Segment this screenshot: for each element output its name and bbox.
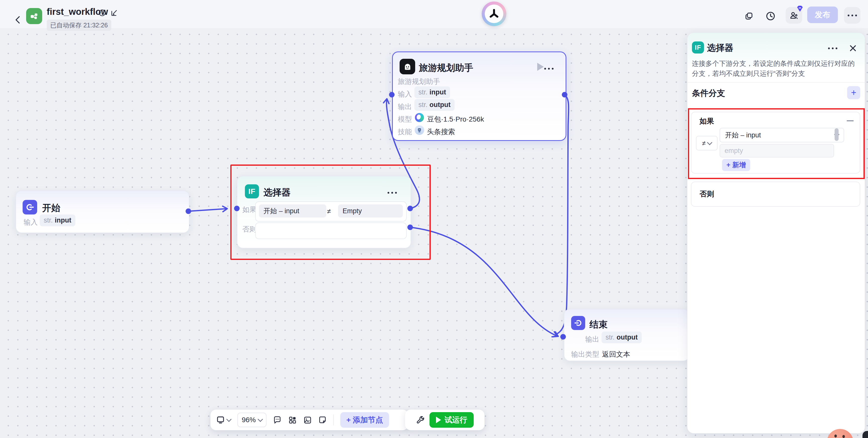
zoom-dropdown[interactable]: 96%	[237, 413, 267, 427]
info-icon[interactable]	[98, 9, 106, 17]
agent-input-label: 输入	[398, 89, 412, 99]
agent-output-type: str.	[418, 101, 428, 109]
agent-output-badge: str. output	[414, 99, 455, 111]
start-input-label: 输入	[24, 218, 38, 227]
agent-more-icon[interactable]	[544, 68, 554, 69]
run-toolbar: 试运行	[405, 410, 485, 430]
start-input-type: str.	[44, 217, 53, 224]
panel-title: 选择器	[707, 42, 733, 54]
agent-model-value: 豆包·1.5·Pro·256k	[427, 115, 484, 124]
logo-glyph-icon	[488, 8, 500, 20]
canvas-toolbar: 96% + 添加节点	[211, 410, 408, 430]
toutiao-skill-icon	[415, 125, 424, 135]
node-end[interactable]: 结束 输出 str. output 输出类型 返回文本	[564, 309, 689, 361]
agent-model-label: 模型	[398, 115, 412, 124]
else-card: 否则	[691, 182, 860, 207]
duplicate-icon[interactable]	[744, 11, 753, 21]
panel-more-icon[interactable]	[828, 48, 837, 49]
back-icon[interactable]	[14, 15, 22, 24]
chevron-down-icon	[226, 416, 231, 422]
end-title: 结束	[589, 318, 608, 331]
end-type-label: 输出类型	[571, 350, 599, 359]
note-icon[interactable]	[318, 416, 327, 424]
port-start-output[interactable]	[186, 209, 191, 214]
doubao-model-icon	[415, 113, 424, 122]
start-input-badge: str. input	[40, 215, 75, 226]
more-button[interactable]	[844, 7, 861, 24]
selector-config-panel: IF 选择器 连接多个下游分支，若设定的条件成立则仅运行对应的分支，若均不成立则…	[687, 33, 865, 434]
agent-desc: 旅游规划助手	[398, 77, 440, 86]
auto-layout-icon[interactable]	[288, 416, 297, 424]
end-output-label: 输出	[585, 335, 599, 344]
end-output-value: output	[617, 334, 638, 341]
agent-ghost-icon	[400, 59, 415, 74]
workflow-app-icon	[26, 8, 42, 24]
view-mode-button[interactable]	[216, 415, 231, 425]
end-output-badge: str. output	[601, 332, 642, 343]
panel-divider	[687, 82, 865, 83]
end-type-value: 返回文本	[602, 350, 630, 359]
comment-icon[interactable]	[273, 416, 282, 424]
play-icon	[436, 417, 441, 423]
port-end-input[interactable]	[560, 334, 566, 340]
start-title: 开始	[42, 202, 60, 214]
agent-output-value: output	[430, 101, 451, 109]
start-icon	[23, 200, 37, 215]
close-icon[interactable]	[849, 44, 857, 53]
start-input-value: input	[55, 217, 71, 224]
end-output-type: str.	[606, 334, 615, 341]
export-image-icon[interactable]	[303, 416, 312, 424]
toolbar-divider	[333, 414, 334, 426]
agent-output-label: 输出	[398, 102, 412, 112]
node-start[interactable]: 开始 输入 str. input	[16, 190, 189, 233]
premium-badge-icon	[796, 5, 804, 12]
more-icon	[848, 14, 857, 16]
agent-skill-value: 头条搜索	[427, 127, 455, 137]
history-icon[interactable]	[766, 11, 776, 21]
device-icon	[216, 415, 225, 425]
agent-title: 旅游规划助手	[419, 62, 473, 74]
chevron-down-icon	[257, 416, 263, 422]
autosave-badge: 已自动保存 21:32:26	[47, 20, 111, 31]
node-agent[interactable]: 旅游规划助手 旅游规划助手 输入 str. input 输出 str. outp…	[392, 52, 566, 141]
agent-skill-label: 技能	[398, 127, 412, 137]
agent-input-badge: str. input	[414, 86, 450, 98]
agent-run-icon[interactable]	[537, 63, 544, 71]
add-branch-button[interactable]: +	[847, 86, 860, 99]
add-node-button[interactable]: + 添加节点	[340, 412, 389, 428]
agent-input-value: input	[430, 88, 446, 96]
if-card-highlight-box	[688, 108, 865, 179]
end-icon	[571, 316, 585, 330]
zoom-value: 96%	[242, 416, 256, 424]
publish-button[interactable]: 发布	[807, 6, 838, 23]
test-run-label: 试运行	[444, 415, 467, 425]
selector-highlight-box	[230, 164, 431, 260]
panel-section-title: 条件分支	[692, 88, 725, 99]
edit-icon[interactable]	[111, 9, 118, 17]
port-agent-input[interactable]	[389, 92, 395, 97]
app-logo	[482, 1, 506, 26]
top-bar: first_workflow 已自动保存 21:32:26 发布	[0, 0, 868, 28]
panel-if-icon: IF	[692, 41, 704, 54]
test-run-button[interactable]: 试运行	[430, 412, 474, 428]
workflow-editor: 开始 输入 str. input IF 选择器 如果 开始 – input ≠ …	[0, 0, 868, 438]
port-agent-output[interactable]	[562, 92, 567, 97]
else-card-label: 否则	[700, 189, 714, 199]
agent-input-type: str.	[418, 88, 428, 96]
panel-description: 连接多个下游分支，若设定的条件成立则仅运行对应的分支，若均不成立则只运行“否则”…	[692, 59, 858, 79]
wrench-icon[interactable]	[416, 415, 425, 425]
